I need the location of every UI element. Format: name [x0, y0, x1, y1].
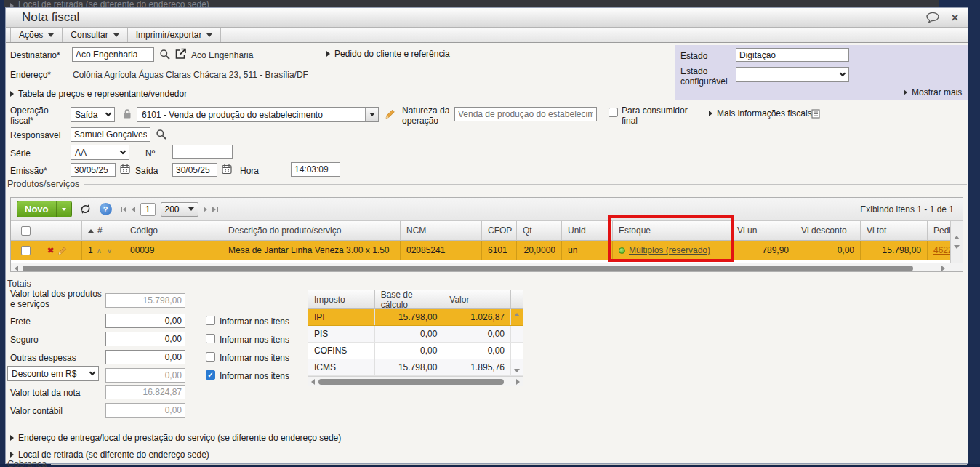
grid-vertical-scrollbar[interactable]: [950, 221, 963, 263]
hora-input[interactable]: [291, 162, 340, 177]
frete-input[interactable]: [105, 314, 185, 328]
desconto-input[interactable]: [105, 368, 185, 383]
expander-icon: [10, 91, 14, 97]
mais-informacoes-fiscais-expander[interactable]: Mais informações fiscais: [709, 108, 812, 119]
tax-row-pis[interactable]: PIS 0,00 0,00: [308, 326, 523, 343]
scrollbar-thumb[interactable]: [318, 379, 504, 385]
prev-page-button[interactable]: [132, 207, 135, 212]
external-link-icon[interactable]: [174, 48, 186, 60]
scroll-right-icon[interactable]: [516, 379, 520, 385]
scroll-left-icon[interactable]: [15, 266, 18, 271]
emissao-input[interactable]: [71, 163, 116, 177]
column-vl-desconto[interactable]: Vl desconto: [795, 221, 861, 241]
desconto-select-value: Desconto em R$: [12, 369, 76, 379]
column-ncm[interactable]: NCM: [401, 221, 482, 241]
mostrar-mais-expander[interactable]: Mostrar mais: [904, 87, 962, 97]
saida-input[interactable]: [172, 163, 217, 177]
estoque-multiplos-link[interactable]: Múltiplos (reservado): [629, 245, 710, 255]
calendar-icon[interactable]: [222, 164, 232, 175]
column-qt[interactable]: Qt: [517, 221, 562, 241]
next-page-button[interactable]: [204, 207, 207, 212]
combo-dropdown-button[interactable]: [365, 108, 378, 121]
seguro-input[interactable]: [105, 332, 185, 346]
informar-frete-label: Informar nos itens: [220, 316, 289, 327]
scroll-left-icon[interactable]: [311, 379, 315, 385]
estado-configuravel-select[interactable]: [736, 67, 849, 82]
tax-row-cofins[interactable]: COFINS 0,00 0,00: [308, 343, 523, 359]
impostos-table: Imposto Base de cálculo Valor IPI 15.798…: [308, 290, 523, 386]
edit-row-pencil-icon[interactable]: [57, 245, 67, 255]
comments-icon[interactable]: [925, 12, 941, 23]
scrollbar-thumb[interactable]: [23, 266, 913, 271]
novo-button[interactable]: Novo: [17, 201, 72, 217]
column-cfop[interactable]: CFOP: [482, 221, 517, 241]
outras-despesas-input[interactable]: [105, 350, 185, 364]
responsavel-input[interactable]: [71, 127, 150, 142]
column-estoque[interactable]: Estoque: [613, 221, 731, 241]
numero-input[interactable]: [172, 145, 233, 159]
local-retirada-expander[interactable]: Local de retirada (se diferente do ender…: [10, 450, 209, 460]
column-vl-un[interactable]: Vl un: [731, 221, 795, 241]
tabela-precos-expander[interactable]: Tabela de preços e representante/vendedo…: [10, 89, 187, 99]
chevron-down-icon: [62, 208, 66, 211]
novo-dropdown-button[interactable]: [56, 201, 71, 217]
valor-contabil-input: [105, 403, 185, 418]
calendar-icon[interactable]: [120, 164, 130, 175]
close-icon[interactable]: ✕: [951, 12, 959, 23]
estado-input[interactable]: [736, 48, 849, 62]
menu-consultar[interactable]: Consultar: [63, 28, 127, 42]
last-page-button[interactable]: [212, 207, 218, 212]
page-number-input[interactable]: [140, 203, 156, 216]
desconto-select[interactable]: Desconto em R$: [7, 366, 99, 381]
column-codigo[interactable]: Código: [124, 221, 222, 241]
tax-row-icms[interactable]: ICMS 15.798,00 1.895,76: [308, 359, 523, 376]
delete-row-icon[interactable]: ✖: [47, 246, 54, 255]
impostos-horizontal-scrollbar[interactable]: [308, 376, 523, 386]
valor-total-produtos-label: Valor total dos produtos e serviços: [10, 289, 103, 309]
scroll-up-icon[interactable]: [954, 236, 960, 239]
first-page-button[interactable]: [121, 207, 126, 212]
menu-imprimir-exportar[interactable]: Imprimir/exportar: [128, 28, 222, 42]
column-unid[interactable]: Unid: [562, 221, 613, 241]
consumidor-final-checkbox[interactable]: [609, 108, 618, 117]
column-vl-tot[interactable]: Vl tot: [861, 221, 928, 241]
informar-desconto-checkbox[interactable]: ✓: [206, 370, 215, 380]
natureza-operacao-input[interactable]: [454, 107, 597, 121]
scroll-up-icon[interactable]: [514, 313, 520, 316]
help-icon[interactable]: ?: [100, 203, 112, 215]
serie-select[interactable]: AA: [71, 145, 129, 160]
column-num[interactable]: #: [82, 221, 124, 241]
edit-pencil-icon[interactable]: [385, 108, 395, 119]
destinatario-input[interactable]: [72, 47, 154, 62]
cfop-combo[interactable]: 6101 - Venda de produção do estabelecime…: [137, 107, 379, 122]
column-descricao[interactable]: Descrição do produto/serviço: [222, 221, 401, 241]
scroll-down-icon[interactable]: [954, 245, 960, 249]
search-icon[interactable]: [159, 49, 171, 60]
informar-outras-checkbox[interactable]: [206, 352, 215, 362]
informar-seguro-checkbox[interactable]: [206, 334, 215, 343]
table-row[interactable]: ✖ 1∧ ∨ 00039 Mesa de Jantar Linha Veneza…: [11, 241, 963, 260]
refresh-icon[interactable]: [78, 201, 94, 217]
informar-frete-checkbox[interactable]: [206, 316, 215, 325]
pedido-link[interactable]: 4622: [933, 245, 952, 255]
scroll-down-icon[interactable]: [514, 369, 520, 372]
scroll-right-icon[interactable]: [941, 266, 945, 271]
natureza-operacao-label: Natureza da operação: [402, 105, 450, 126]
cobranca-section: Cobrança: [7, 459, 967, 467]
impostos-vertical-scrollbar[interactable]: [511, 309, 523, 376]
column-pedido[interactable]: Pedido: [928, 221, 952, 241]
tax-row-ipi[interactable]: IPI 15.798,00 1.026,87: [308, 309, 523, 326]
reorder-up-down-icons[interactable]: ∧ ∨: [97, 247, 113, 255]
sort-asc-icon: [88, 229, 94, 233]
select-all-checkbox[interactable]: [21, 226, 31, 236]
pedido-cliente-expander[interactable]: Pedido do cliente e referência: [326, 49, 450, 59]
page-size-select[interactable]: 200: [161, 202, 198, 217]
search-icon[interactable]: [156, 129, 167, 140]
row-checkbox[interactable]: [21, 246, 31, 255]
column-base-calculo: Base de cálculo: [375, 290, 444, 309]
note-icon[interactable]: [811, 109, 820, 119]
endereco-entrega-expander[interactable]: Endereço de entrega/local de prestação d…: [10, 433, 341, 443]
menu-acoes[interactable]: Ações: [10, 28, 63, 42]
tipo-operacao-select[interactable]: Saída: [71, 107, 115, 122]
grid-horizontal-scrollbar[interactable]: [11, 263, 963, 271]
